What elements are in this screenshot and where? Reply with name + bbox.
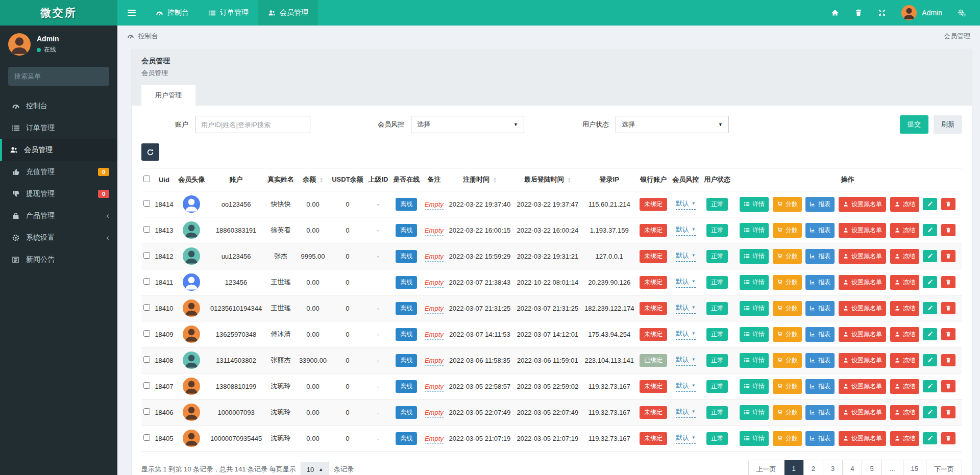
row-checkbox[interactable]	[143, 382, 150, 389]
status-select[interactable]: 选择 ▼	[616, 116, 729, 133]
detail-button[interactable]: 详情	[740, 353, 769, 368]
sort-icon[interactable]: ▲▼	[320, 177, 323, 183]
row-checkbox[interactable]	[143, 252, 150, 259]
sidebar-item-settings[interactable]: 系统设置 ‹	[0, 227, 117, 248]
edit-button[interactable]	[923, 328, 937, 340]
nav-tab-orders[interactable]: 订单管理	[199, 0, 258, 26]
column-header[interactable]: 余额▲▼	[297, 168, 329, 191]
delete-button[interactable]	[941, 198, 955, 210]
detail-button[interactable]: 详情	[740, 301, 769, 316]
blacklist-button[interactable]: 设置黑名单	[839, 197, 886, 212]
home-icon[interactable]	[831, 9, 839, 17]
row-checkbox[interactable]	[143, 408, 150, 415]
freeze-button[interactable]: 冻结	[890, 197, 919, 212]
edit-button[interactable]	[923, 354, 937, 366]
delete-button[interactable]	[941, 432, 955, 444]
freeze-button[interactable]: 冻结	[890, 431, 919, 446]
blacklist-button[interactable]: 设置黑名单	[839, 223, 886, 238]
blacklist-button[interactable]: 设置黑名单	[839, 249, 886, 264]
edit-button[interactable]	[923, 276, 937, 288]
row-checkbox[interactable]	[143, 330, 150, 337]
score-button[interactable]: 分数	[773, 223, 802, 238]
remark-link[interactable]: Empty	[425, 435, 444, 444]
freeze-button[interactable]: 冻结	[890, 327, 919, 342]
column-header[interactable]: 最后登陆时间▲▼	[513, 168, 581, 191]
risk-control-link[interactable]: 默认 ▼	[676, 381, 696, 392]
score-button[interactable]: 分数	[773, 431, 802, 446]
remark-link[interactable]: Empty	[425, 201, 444, 210]
submit-button[interactable]: 提交	[900, 115, 928, 134]
delete-button[interactable]	[941, 224, 955, 236]
detail-button[interactable]: 详情	[740, 431, 769, 446]
remark-link[interactable]: Empty	[425, 357, 444, 366]
edit-button[interactable]	[923, 302, 937, 314]
sort-icon[interactable]: ▲▼	[493, 177, 497, 183]
next-page-button[interactable]: 下一页	[926, 460, 962, 475]
table-refresh-button[interactable]	[141, 143, 159, 161]
page-button[interactable]: 2	[804, 460, 823, 475]
sort-icon[interactable]: ▲▼	[568, 177, 571, 183]
tab-user-management[interactable]: 用户管理	[141, 85, 195, 106]
edit-button[interactable]	[923, 380, 937, 392]
report-button[interactable]: 报表	[805, 405, 835, 420]
edit-button[interactable]	[923, 432, 937, 444]
blacklist-button[interactable]: 设置黑名单	[839, 275, 886, 290]
navbar-user-menu[interactable]: Admin	[901, 5, 942, 20]
freeze-button[interactable]: 冻结	[890, 275, 919, 290]
sidebar-item-members[interactable]: 会员管理	[0, 139, 117, 161]
detail-button[interactable]: 详情	[740, 379, 769, 394]
delete-button[interactable]	[941, 302, 955, 314]
edit-button[interactable]	[923, 198, 937, 210]
report-button[interactable]: 报表	[805, 431, 835, 446]
remark-link[interactable]: Empty	[425, 409, 444, 418]
blacklist-button[interactable]: 设置黑名单	[839, 405, 886, 420]
risk-control-link[interactable]: 默认 ▼	[676, 277, 696, 288]
score-button[interactable]: 分数	[773, 353, 802, 368]
delete-button[interactable]	[941, 406, 955, 418]
blacklist-button[interactable]: 设置黑名单	[839, 379, 886, 394]
page-size-select[interactable]: 10 ▲	[301, 462, 329, 475]
sidebar-item-products[interactable]: 产品管理 ‹	[0, 205, 117, 227]
page-button[interactable]: ...	[882, 460, 903, 475]
blacklist-button[interactable]: 设置黑名单	[839, 431, 886, 446]
delete-button[interactable]	[941, 328, 955, 340]
risk-control-link[interactable]: 默认 ▼	[676, 199, 696, 210]
report-button[interactable]: 报表	[805, 275, 835, 290]
row-checkbox[interactable]	[143, 434, 150, 441]
remark-link[interactable]: Empty	[425, 383, 444, 392]
sidebar-item-orders[interactable]: 订单管理	[0, 117, 117, 139]
detail-button[interactable]: 详情	[740, 327, 769, 342]
risk-control-link[interactable]: 默认 ▼	[676, 251, 696, 262]
delete-button[interactable]	[941, 276, 955, 288]
detail-button[interactable]: 详情	[740, 223, 769, 238]
remark-link[interactable]: Empty	[425, 279, 444, 288]
sidebar-toggle-button[interactable]	[117, 0, 146, 26]
sidebar-item-recharge[interactable]: 充值管理 0	[0, 161, 117, 183]
report-button[interactable]: 报表	[805, 379, 835, 394]
report-button[interactable]: 报表	[805, 197, 835, 212]
delete-button[interactable]	[941, 250, 955, 262]
trash-icon[interactable]	[854, 9, 863, 17]
nav-tab-dashboard[interactable]: 控制台	[146, 0, 199, 26]
risk-control-link[interactable]: 默认 ▼	[676, 225, 696, 236]
freeze-button[interactable]: 冻结	[890, 249, 919, 264]
freeze-button[interactable]: 冻结	[890, 379, 919, 394]
prev-page-button[interactable]: 上一页	[749, 460, 785, 475]
page-button[interactable]: 4	[843, 460, 862, 475]
risk-control-link[interactable]: 默认 ▼	[676, 355, 696, 366]
freeze-button[interactable]: 冻结	[890, 223, 919, 238]
account-search-input[interactable]	[195, 116, 310, 133]
detail-button[interactable]: 详情	[740, 275, 769, 290]
blacklist-button[interactable]: 设置黑名单	[839, 327, 886, 342]
expand-icon[interactable]	[878, 9, 886, 17]
freeze-button[interactable]: 冻结	[890, 353, 919, 368]
blacklist-button[interactable]: 设置黑名单	[839, 301, 886, 316]
delete-button[interactable]	[941, 380, 955, 392]
column-header[interactable]: 注册时间▲▼	[446, 168, 513, 191]
row-checkbox[interactable]	[143, 304, 150, 311]
risk-select[interactable]: 选择 ▼	[411, 116, 524, 133]
page-button[interactable]: 1	[785, 460, 804, 475]
row-checkbox[interactable]	[143, 278, 150, 285]
remark-link[interactable]: Empty	[425, 253, 444, 262]
detail-button[interactable]: 详情	[740, 249, 769, 264]
